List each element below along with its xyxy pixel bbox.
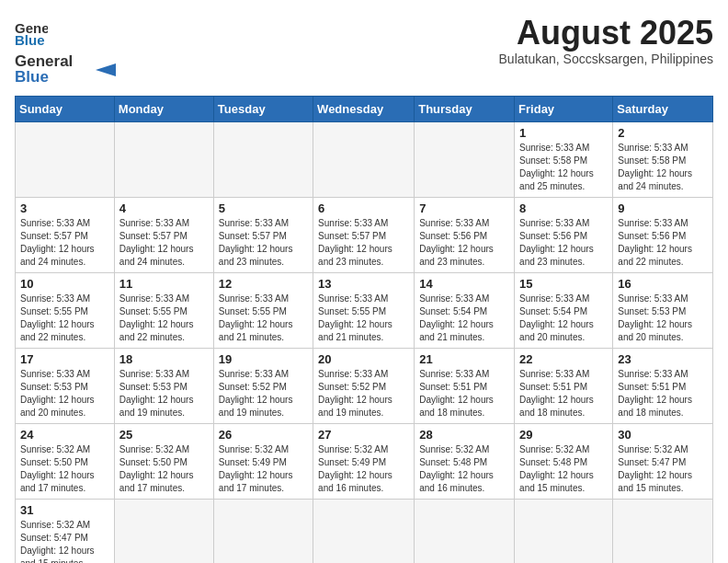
calendar-day-cell: 10Sunrise: 5:33 AM Sunset: 5:55 PM Dayli… (16, 273, 115, 349)
calendar-day-cell: 14Sunrise: 5:33 AM Sunset: 5:54 PM Dayli… (415, 273, 515, 349)
calendar-day-cell: 31Sunrise: 5:32 AM Sunset: 5:47 PM Dayli… (16, 500, 115, 564)
day-number: 21 (419, 352, 509, 366)
calendar-day-cell: 26Sunrise: 5:32 AM Sunset: 5:49 PM Dayli… (213, 424, 313, 500)
day-info: Sunrise: 5:33 AM Sunset: 5:52 PM Dayligh… (219, 368, 308, 419)
day-number: 27 (318, 428, 409, 442)
day-info: Sunrise: 5:32 AM Sunset: 5:48 PM Dayligh… (519, 443, 608, 495)
weekday-header: Wednesday (313, 97, 415, 122)
day-number: 16 (618, 277, 708, 291)
calendar-day-cell: 24Sunrise: 5:32 AM Sunset: 5:50 PM Dayli… (16, 424, 115, 500)
day-info: Sunrise: 5:33 AM Sunset: 5:54 PM Dayligh… (419, 293, 509, 344)
calendar-day-cell: 25Sunrise: 5:32 AM Sunset: 5:50 PM Dayli… (114, 424, 213, 500)
calendar-week-row: 17Sunrise: 5:33 AM Sunset: 5:53 PM Dayli… (16, 349, 713, 424)
day-info: Sunrise: 5:33 AM Sunset: 5:53 PM Dayligh… (20, 368, 109, 419)
calendar-day-cell: 11Sunrise: 5:33 AM Sunset: 5:55 PM Dayli… (114, 273, 213, 349)
day-number: 12 (219, 277, 308, 291)
calendar-day-cell: 23Sunrise: 5:33 AM Sunset: 5:51 PM Dayli… (613, 349, 713, 424)
calendar-day-cell (415, 500, 515, 564)
day-number: 3 (20, 201, 109, 215)
day-number: 26 (219, 428, 308, 442)
weekday-header: Tuesday (213, 97, 313, 122)
day-number: 7 (419, 201, 509, 215)
calendar-day-cell: 13Sunrise: 5:33 AM Sunset: 5:55 PM Dayli… (313, 273, 415, 349)
logo-svg: General Blue (15, 50, 116, 85)
calendar-day-cell (415, 122, 515, 198)
day-info: Sunrise: 5:33 AM Sunset: 5:55 PM Dayligh… (119, 293, 209, 344)
day-number: 6 (318, 201, 409, 215)
calendar-day-cell: 2Sunrise: 5:33 AM Sunset: 5:58 PM Daylig… (613, 122, 713, 198)
day-info: Sunrise: 5:32 AM Sunset: 5:49 PM Dayligh… (318, 443, 409, 495)
weekday-header: Saturday (613, 97, 713, 122)
calendar-day-cell (114, 500, 213, 564)
day-number: 8 (519, 201, 608, 215)
calendar-day-cell: 30Sunrise: 5:32 AM Sunset: 5:47 PM Dayli… (613, 424, 713, 500)
calendar-week-row: 3Sunrise: 5:33 AM Sunset: 5:57 PM Daylig… (16, 198, 713, 273)
calendar-day-cell: 4Sunrise: 5:33 AM Sunset: 5:57 PM Daylig… (114, 198, 213, 273)
day-number: 29 (519, 428, 608, 442)
logo-icon: General Blue (15, 15, 48, 48)
calendar-day-cell: 27Sunrise: 5:32 AM Sunset: 5:49 PM Dayli… (313, 424, 415, 500)
day-number: 4 (119, 201, 209, 215)
calendar-day-cell: 29Sunrise: 5:32 AM Sunset: 5:48 PM Dayli… (515, 424, 613, 500)
calendar-day-cell (313, 500, 415, 564)
weekday-header: Friday (515, 97, 613, 122)
day-number: 9 (618, 201, 708, 215)
day-info: Sunrise: 5:33 AM Sunset: 5:57 PM Dayligh… (318, 217, 409, 269)
location: Bulatukan, Soccsksargen, Philippines (499, 52, 713, 66)
day-number: 19 (219, 352, 308, 366)
calendar-header-row: SundayMondayTuesdayWednesdayThursdayFrid… (16, 97, 713, 122)
day-number: 15 (519, 277, 608, 291)
calendar-week-row: 31Sunrise: 5:32 AM Sunset: 5:47 PM Dayli… (16, 500, 713, 564)
day-number: 30 (618, 428, 708, 442)
calendar-day-cell (16, 122, 115, 198)
calendar-table: SundayMondayTuesdayWednesdayThursdayFrid… (15, 96, 713, 563)
weekday-header: Sunday (16, 97, 115, 122)
calendar-day-cell: 16Sunrise: 5:33 AM Sunset: 5:53 PM Dayli… (613, 273, 713, 349)
day-number: 24 (20, 428, 109, 442)
calendar-week-row: 24Sunrise: 5:32 AM Sunset: 5:50 PM Dayli… (16, 424, 713, 500)
day-info: Sunrise: 5:32 AM Sunset: 5:47 PM Dayligh… (20, 519, 109, 563)
calendar-day-cell (213, 122, 313, 198)
day-number: 14 (419, 277, 509, 291)
day-info: Sunrise: 5:33 AM Sunset: 5:56 PM Dayligh… (618, 217, 708, 269)
calendar-day-cell: 1Sunrise: 5:33 AM Sunset: 5:58 PM Daylig… (515, 122, 613, 198)
calendar-day-cell (114, 122, 213, 198)
day-info: Sunrise: 5:32 AM Sunset: 5:49 PM Dayligh… (219, 443, 308, 495)
svg-text:Blue: Blue (15, 32, 45, 48)
calendar-day-cell (613, 500, 713, 564)
day-info: Sunrise: 5:33 AM Sunset: 5:58 PM Dayligh… (519, 142, 608, 193)
day-number: 20 (318, 352, 409, 366)
day-number: 10 (20, 277, 109, 291)
day-info: Sunrise: 5:32 AM Sunset: 5:50 PM Dayligh… (119, 443, 209, 495)
calendar-day-cell: 12Sunrise: 5:33 AM Sunset: 5:55 PM Dayli… (213, 273, 313, 349)
day-number: 18 (119, 352, 209, 366)
calendar-day-cell: 7Sunrise: 5:33 AM Sunset: 5:56 PM Daylig… (415, 198, 515, 273)
weekday-header: Monday (114, 97, 213, 122)
day-number: 31 (20, 503, 109, 517)
day-info: Sunrise: 5:33 AM Sunset: 5:52 PM Dayligh… (318, 368, 409, 419)
calendar-day-cell: 17Sunrise: 5:33 AM Sunset: 5:53 PM Dayli… (16, 349, 115, 424)
month-title: August 2025 (499, 15, 713, 52)
calendar-day-cell: 19Sunrise: 5:33 AM Sunset: 5:52 PM Dayli… (213, 349, 313, 424)
day-number: 23 (618, 352, 708, 366)
day-number: 2 (618, 126, 708, 140)
calendar-week-row: 1Sunrise: 5:33 AM Sunset: 5:58 PM Daylig… (16, 122, 713, 198)
day-info: Sunrise: 5:32 AM Sunset: 5:48 PM Dayligh… (419, 443, 509, 495)
svg-marker-5 (96, 63, 116, 76)
day-info: Sunrise: 5:33 AM Sunset: 5:57 PM Dayligh… (20, 217, 109, 269)
title-section: August 2025 Bulatukan, Soccsksargen, Phi… (499, 15, 713, 66)
calendar-day-cell: 22Sunrise: 5:33 AM Sunset: 5:51 PM Dayli… (515, 349, 613, 424)
day-info: Sunrise: 5:33 AM Sunset: 5:51 PM Dayligh… (618, 368, 708, 419)
calendar-day-cell: 20Sunrise: 5:33 AM Sunset: 5:52 PM Dayli… (313, 349, 415, 424)
day-number: 22 (519, 352, 608, 366)
calendar-day-cell: 21Sunrise: 5:33 AM Sunset: 5:51 PM Dayli… (415, 349, 515, 424)
day-number: 17 (20, 352, 109, 366)
calendar-day-cell: 6Sunrise: 5:33 AM Sunset: 5:57 PM Daylig… (313, 198, 415, 273)
calendar-day-cell: 9Sunrise: 5:33 AM Sunset: 5:56 PM Daylig… (613, 198, 713, 273)
weekday-header: Thursday (415, 97, 515, 122)
day-info: Sunrise: 5:33 AM Sunset: 5:55 PM Dayligh… (318, 293, 409, 344)
calendar-week-row: 10Sunrise: 5:33 AM Sunset: 5:55 PM Dayli… (16, 273, 713, 349)
day-info: Sunrise: 5:33 AM Sunset: 5:58 PM Dayligh… (618, 142, 708, 193)
day-info: Sunrise: 5:33 AM Sunset: 5:57 PM Dayligh… (219, 217, 308, 269)
day-number: 1 (519, 126, 608, 140)
